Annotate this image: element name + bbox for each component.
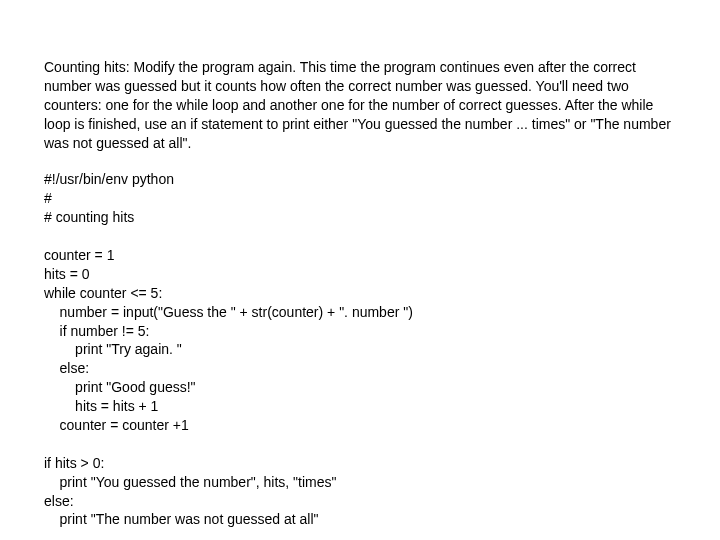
document-page: Counting hits: Modify the program again.… (0, 0, 720, 540)
code-block: #!/usr/bin/env python # # counting hits … (44, 170, 676, 529)
instruction-paragraph: Counting hits: Modify the program again.… (44, 58, 676, 152)
